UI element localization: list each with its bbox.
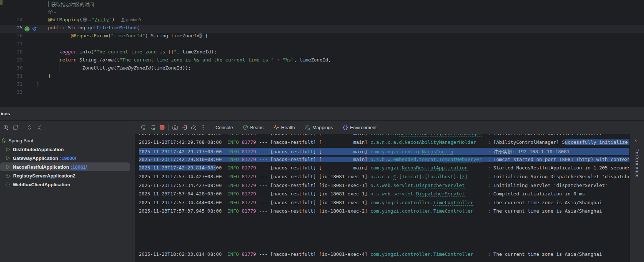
line-number: 33 xyxy=(0,89,23,95)
tab-environment[interactable]: {}Environment xyxy=(343,125,377,130)
log-row: 2025-11-23T17:57:34.427+08:00 INFO 81779… xyxy=(136,183,630,191)
code-line[interactable] xyxy=(0,9,644,17)
line-number: 28 xyxy=(0,49,23,55)
url-globe-icon xyxy=(83,17,87,22)
tab-mappings[interactable]: Mappings xyxy=(304,124,333,130)
code-line-32[interactable]: 32} xyxy=(0,81,644,89)
send-request-icon[interactable] xyxy=(31,26,37,32)
performance-stripe-button[interactable]: Performance xyxy=(635,149,640,178)
log-row: 2025-11-23T17:57:34.427+08:00 INFO 81779… xyxy=(136,174,630,183)
log-row: 2025-11-23T17:42:29.708+08:00 INFO 81779… xyxy=(136,134,630,139)
log-blank-row xyxy=(136,226,630,235)
service-item-spring boot[interactable]: Spring Boot xyxy=(0,136,135,145)
tool-window-header: ices xyxy=(0,107,644,121)
health-pulse-icon xyxy=(273,124,279,130)
ide-window: { "colors": { "selection_blue": "#2C4F87… xyxy=(0,0,644,262)
toolbar-separator xyxy=(168,124,169,131)
log-row: 2025-11-23T17:57:37.945+08:00 INFO 81779… xyxy=(136,208,630,217)
tab-beans[interactable]: Beans xyxy=(243,124,264,130)
service-port-link[interactable]: :18081/ xyxy=(71,164,87,170)
service-item-distributedapplication[interactable]: DistributedApplication xyxy=(0,145,135,154)
rerun-icon[interactable] xyxy=(140,124,146,131)
service-item-registryserverapplication2[interactable]: RegistryServerApplication2 xyxy=(0,171,135,180)
code-line-28[interactable]: 28 logger.info("The current time zone is… xyxy=(0,49,644,57)
line-number: 30 xyxy=(0,65,23,71)
code-line[interactable]: 获取指定时区的时间 xyxy=(0,1,644,9)
log-row: 2025-11-23T17:57:34.444+08:00 INFO 81779… xyxy=(136,200,630,209)
performance-gauge-icon[interactable] xyxy=(191,124,197,131)
log-blank-row xyxy=(136,234,630,243)
line-number: 29 xyxy=(0,57,23,63)
code-line-26[interactable]: 26 @RequestParam("timeZoneId") String ti… xyxy=(0,33,644,41)
line-number: 31 xyxy=(0,73,23,79)
log-row: 2025-11-23T17:42:29.814+08:00 INFO 81779… xyxy=(136,165,630,174)
collapse-chevron-icon[interactable]: ‹ xyxy=(635,137,637,143)
tab-health[interactable]: Health xyxy=(273,124,295,130)
services-tree[interactable]: Spring BootDistributedApplicationGateway… xyxy=(0,134,135,262)
expand-all-icon[interactable] xyxy=(27,124,33,130)
code-line-31[interactable]: 31 } xyxy=(0,73,644,81)
console-log[interactable]: 2025-11-23T17:42:29.708+08:00 INFO 81779… xyxy=(135,134,630,262)
services-panel-title: ices xyxy=(1,107,10,120)
code-editor[interactable]: 获取指定时区的时间 24 @GetMapping("/city") guotao… xyxy=(0,0,644,107)
line-number: 24 xyxy=(0,17,23,22)
stop-icon[interactable] xyxy=(159,124,165,130)
tool-window-toolbar: ConsoleBeansHealthMappings{}Environment xyxy=(0,121,644,134)
ai-cube-icon xyxy=(48,10,53,14)
view-options-icon[interactable] xyxy=(3,124,9,131)
beans-icon xyxy=(243,124,248,130)
log-row: 2025-11-23T17:42:29.810+08:00 INFO 81779… xyxy=(136,157,630,165)
log-row: 2025-11-23T17:57:34.428+08:00 INFO 81779… xyxy=(136,191,630,200)
run-app-icon xyxy=(5,156,11,161)
console-toolbar xyxy=(140,121,206,134)
code-line-24[interactable]: 24 @GetMapping("/city") guotao9 xyxy=(0,17,644,25)
line-number: 25 xyxy=(0,25,23,30)
stopped-app-icon xyxy=(5,173,11,179)
right-tool-window-stripe: ‹ Performance xyxy=(629,134,644,262)
services-tool-window: ices ConsoleBeansHealthMappings{}Environ… xyxy=(0,107,644,262)
service-item-gatewayapplication[interactable]: GatewayApplication:19000/ xyxy=(0,154,135,162)
log-blank-row xyxy=(136,217,630,226)
run-app-icon xyxy=(5,147,11,152)
thread-dump-camera-icon[interactable] xyxy=(172,124,178,131)
run-dashboard-tabs: ConsoleBeansHealthMappings{}Environment xyxy=(216,121,377,134)
log-row: 2025-11-23T17:42:29.708+08:00 INFO 81779… xyxy=(136,139,630,148)
service-item-webfluxclientapplication[interactable]: WebfluxClientApplication xyxy=(0,180,135,189)
services-toolbar xyxy=(3,121,42,134)
doc-comment-bar xyxy=(48,1,49,7)
chevron-down-icon[interactable] xyxy=(53,11,57,14)
exit-icon[interactable] xyxy=(182,124,187,130)
log-blank-row xyxy=(136,243,630,252)
chevron-down-icon[interactable] xyxy=(88,19,91,22)
code-line-29[interactable]: 29 return String.format("The current tim… xyxy=(0,57,644,65)
loading-spinner-icon xyxy=(5,182,11,187)
code-line-27[interactable]: 27 xyxy=(0,41,644,49)
code-line-30[interactable]: 30 ZoneUtil.getTimeByZoneId(timeZoneId))… xyxy=(0,65,644,73)
environment-braces-icon: {} xyxy=(343,125,348,130)
mappings-icon xyxy=(304,124,310,130)
line-number: 26 xyxy=(0,33,23,38)
service-port-link[interactable]: :19000/ xyxy=(60,156,76,161)
collapse-all-icon[interactable] xyxy=(36,124,42,130)
author-person-icon xyxy=(121,18,125,22)
line-number: 27 xyxy=(0,41,23,46)
code-line-33[interactable]: 33 xyxy=(0,89,644,97)
rest-endpoint-icon[interactable] xyxy=(24,26,30,32)
code-line-25[interactable]: 25 public String getCiteTimeMethod( xyxy=(0,25,644,33)
line-number: 32 xyxy=(0,81,23,87)
restart-debug-icon[interactable] xyxy=(150,124,156,131)
service-item-nacosrestfulapplication[interactable]: NacosRestfulApplication:18081/ xyxy=(0,162,130,171)
more-actions-icon[interactable] xyxy=(200,124,206,130)
run-app-icon xyxy=(5,164,11,170)
spring-boot-icon xyxy=(1,138,6,143)
log-row: 2025-11-23T18:02:33.814+08:00 INFO 81779… xyxy=(136,251,630,260)
toolbar-separator xyxy=(23,124,23,131)
tab-console[interactable]: Console xyxy=(216,125,233,130)
add-service-icon[interactable] xyxy=(13,124,19,131)
log-row: 2025-11-23T17:42:29.717+08:00 INFO 81779… xyxy=(136,148,630,157)
